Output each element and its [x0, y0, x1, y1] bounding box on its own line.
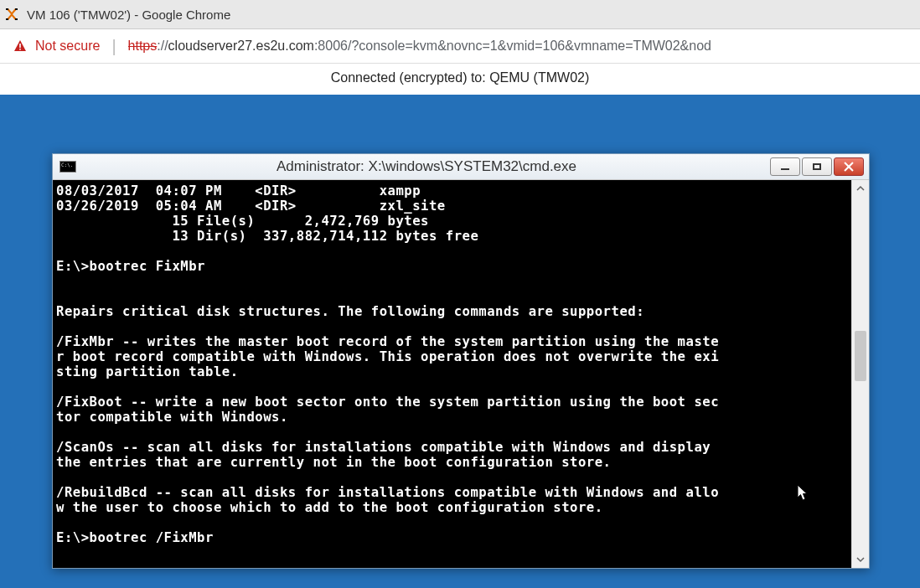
cmd-vscrollbar[interactable]: [851, 180, 869, 568]
svg-rect-4: [19, 44, 21, 48]
cmd-titlebar[interactable]: C:\. Administrator: X:\windows\SYSTEM32\…: [53, 154, 869, 180]
chrome-address-bar: Not secure | https://cloudserver27.es2u.…: [0, 29, 920, 64]
window-controls: [770, 157, 869, 176]
cmd-output[interactable]: 08/03/2017 04:07 PM <DIR> xampp 03/26/20…: [53, 180, 852, 568]
minimize-icon: [781, 168, 789, 170]
not-secure-icon: [13, 39, 27, 53]
svg-rect-5: [19, 49, 21, 50]
chevron-down-icon: [856, 555, 865, 564]
cmd-app-icon[interactable]: C:\.: [59, 161, 76, 173]
proxmox-favicon: [5, 8, 18, 21]
cmd-body-wrap: 08/03/2017 04:07 PM <DIR> xampp 03/26/20…: [53, 180, 869, 568]
maximize-icon: [813, 163, 821, 170]
svg-rect-3: [15, 18, 18, 20]
chrome-tab-bar: VM 106 ('TMW02') - Google Chrome: [0, 0, 920, 29]
url-rest: /?console=kvm&novnc=1&vmid=106&vmname=TM…: [348, 39, 711, 53]
url-port: :8006: [314, 39, 348, 53]
addressbar-separator: |: [108, 37, 119, 56]
scroll-track[interactable]: [852, 197, 869, 551]
close-button[interactable]: [834, 157, 864, 176]
address-url[interactable]: https://cloudserver27.es2u.com:8006/?con…: [128, 39, 711, 54]
vm-desktop[interactable]: C:\. Administrator: X:\windows\SYSTEM32\…: [0, 92, 920, 588]
scroll-down-button[interactable]: [852, 551, 869, 568]
cmd-window[interactable]: C:\. Administrator: X:\windows\SYSTEM32\…: [52, 153, 870, 569]
url-host: cloudserver27.es2u.com: [168, 39, 314, 53]
novnc-status: Connected (encrypted) to: QEMU (TMW02): [0, 64, 920, 92]
scroll-thumb[interactable]: [855, 331, 866, 381]
svg-rect-0: [6, 8, 8, 10]
not-secure-label[interactable]: Not secure: [35, 39, 100, 54]
cmd-window-title: Administrator: X:\windows\SYSTEM32\cmd.e…: [83, 158, 770, 175]
chrome-tab-title[interactable]: VM 106 ('TMW02') - Google Chrome: [27, 8, 230, 22]
chevron-up-icon: [856, 184, 865, 193]
svg-rect-1: [15, 8, 18, 10]
url-scheme-struck: https: [128, 39, 158, 53]
url-schemesep: ://: [157, 39, 168, 53]
svg-rect-2: [6, 18, 8, 20]
novnc-status-text: Connected (encrypted) to: QEMU (TMW02): [331, 70, 590, 85]
minimize-button[interactable]: [770, 157, 800, 176]
maximize-button[interactable]: [802, 157, 832, 176]
scroll-up-button[interactable]: [852, 180, 869, 197]
close-icon: [843, 161, 855, 173]
